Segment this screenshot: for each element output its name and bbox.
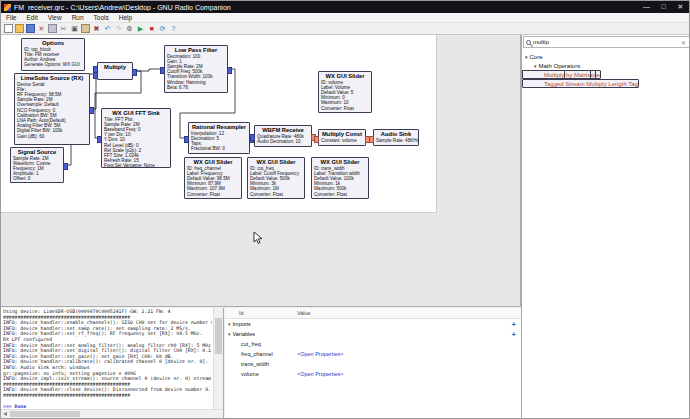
output-port[interactable] <box>89 107 94 114</box>
output-port[interactable] <box>132 69 137 76</box>
tree-item-label: Tagged Stream Multiply Length Tag <box>544 81 638 87</box>
input-port[interactable] <box>369 136 374 143</box>
clear-search-icon[interactable]: ✕ <box>681 39 689 46</box>
tree-item-tagged-stream-multiply-length-tag[interactable]: Tagged Stream Multiply Length Tag <box>522 79 639 88</box>
paste-icon[interactable] <box>81 24 90 33</box>
block-body: WX GUI FFT SinkTitle: FFT PlotSample Rat… <box>102 109 170 167</box>
search-input[interactable] <box>531 37 681 47</box>
block-body: OptionsID: top_blockTitle: FM receiverAu… <box>22 39 84 70</box>
expander-icon[interactable]: ▾ <box>225 321 233 327</box>
block-rational-resampler[interactable]: Rational ResamplerInterpolation: 12Decim… <box>188 122 250 154</box>
block-wx-gui-slider-freq-channel[interactable]: WX GUI SliderID: freq_channelLabel: Freq… <box>184 157 242 199</box>
expander-icon[interactable]: ▾ <box>534 63 537 69</box>
block-wbfm-receive[interactable]: WBFM ReceiveQuadrature Rate: 480kAudio D… <box>254 125 312 147</box>
block-title: Audio Sink <box>376 131 416 138</box>
block-title: LimeSuite Source (RX) <box>17 75 87 82</box>
variable-row[interactable]: trans_width <box>225 359 521 369</box>
search-box[interactable]: ✕ <box>523 36 690 48</box>
undo-icon[interactable]: ↶ <box>103 24 112 33</box>
block-multiply[interactable]: Multiply <box>97 62 133 80</box>
var-section-variables[interactable]: ▾Variables+ <box>225 329 521 339</box>
block-param-converter: Converter: Float <box>321 106 369 111</box>
var-section-imports[interactable]: ▾Imports+ <box>225 319 521 329</box>
menu-view[interactable]: View <box>43 14 67 21</box>
input-port[interactable] <box>250 134 255 141</box>
menu-tools[interactable]: Tools <box>89 14 114 21</box>
block-body: Rational ResamplerInterpolation: 12Decim… <box>189 123 249 153</box>
reload-icon[interactable]: ⟳ <box>158 24 167 33</box>
generate-icon[interactable]: ⚙ <box>125 24 134 33</box>
variable-id: trans_width <box>225 361 297 367</box>
maximize-button[interactable]: □ <box>655 1 672 13</box>
block-body: Audio SinkSample Rate: 48KHz <box>374 130 418 145</box>
menu-run[interactable]: Run <box>67 14 89 21</box>
input-port[interactable] <box>184 136 189 143</box>
block-param-offset: Offset: 0 <box>13 176 61 181</box>
input-port[interactable] <box>314 136 319 143</box>
copy-icon[interactable]: ▣ <box>70 24 79 33</box>
output-port[interactable] <box>63 163 68 170</box>
print-icon[interactable] <box>48 24 57 33</box>
console-panel[interactable]: Using device: LimeSDR-USB(0009070C000524… <box>1 308 224 418</box>
menu-file[interactable]: File <box>1 14 21 21</box>
tree-item-math-operators[interactable]: ▾Math Operators <box>522 61 690 70</box>
canvas[interactable]: OptionsID: top_blockTitle: FM receiverAu… <box>1 35 521 307</box>
variable-value[interactable]: <Open Properties> <box>297 351 521 357</box>
block-wx-gui-slider-cut-freq[interactable]: WX GUI SliderID: cut_freqLabel: Cutoff F… <box>247 157 305 199</box>
delete-icon[interactable]: ✖ <box>92 24 101 33</box>
block-wx-gui-fft-sink[interactable]: WX GUI FFT SinkTitle: FFT PlotSample Rat… <box>101 108 171 168</box>
input-port[interactable] <box>97 136 102 143</box>
input-port[interactable] <box>160 67 165 74</box>
tree-item-multiply[interactable]: Multiply <box>522 70 565 79</box>
kill-icon[interactable]: ■ <box>147 24 156 33</box>
block-title: Low Pass Filter <box>167 47 225 54</box>
variable-row[interactable]: volume<Open Properties> <box>225 369 521 379</box>
execute-icon[interactable]: ▶ <box>136 24 145 33</box>
help-icon[interactable]: ? <box>169 24 178 33</box>
block-param-sample-rate: Sample Rate: 48KHz <box>376 138 416 143</box>
variable-row[interactable]: freq_channel<Open Properties> <box>225 349 521 359</box>
redo-icon[interactable]: ↷ <box>114 24 123 33</box>
block-body: Multiply ConstConstant: volume <box>319 130 365 145</box>
cut-icon[interactable]: ✂ <box>59 24 68 33</box>
menubar: FileEditViewRunToolsHelp <box>1 13 689 23</box>
hscroll-thumb[interactable] <box>10 411 80 417</box>
tree-item-label: Core <box>530 54 543 60</box>
window-controls: — □ ✕ <box>638 1 689 13</box>
new-file-icon[interactable] <box>4 24 13 33</box>
vscroll-thumb[interactable] <box>215 318 222 354</box>
input-port[interactable] <box>93 72 98 79</box>
scroll-left-icon[interactable] <box>3 412 7 416</box>
block-title: WX GUI Slider <box>314 159 366 166</box>
console-hscrollbar[interactable] <box>1 409 223 418</box>
variable-value[interactable]: <Open Properties> <box>297 371 521 377</box>
add-imports-button[interactable]: + <box>512 320 521 329</box>
block-low-pass-filter[interactable]: Low Pass FilterDecimation: 100Gain: 1Sam… <box>164 45 228 93</box>
block-limesuite-source-rx[interactable]: LimeSuite Source (RX)Device Serial: File… <box>14 73 90 145</box>
block-body: Multiply <box>98 63 132 79</box>
variable-row[interactable]: cut_freq <box>225 339 521 349</box>
save-icon[interactable] <box>26 24 35 33</box>
expander-icon[interactable]: ▾ <box>525 54 528 60</box>
block-wx-gui-slider-volume[interactable]: WX GUI SliderID: volumeLabel: VolumeDefa… <box>318 71 372 113</box>
section-label: Variables <box>233 331 256 337</box>
block-title: Multiply Const <box>321 131 363 138</box>
console-vscrollbar[interactable] <box>213 308 223 409</box>
menu-help[interactable]: Help <box>114 14 137 21</box>
block-wx-gui-slider-trans-width[interactable]: WX GUI SliderID: trans_widthLabel: Trans… <box>311 157 369 199</box>
column-value[interactable]: Value <box>297 310 521 316</box>
output-port[interactable] <box>227 67 232 74</box>
menu-edit[interactable]: Edit <box>21 14 42 21</box>
add-variables-button[interactable]: + <box>512 330 521 339</box>
expander-icon[interactable]: ▾ <box>225 331 233 337</box>
block-audio-sink[interactable]: Audio SinkSample Rate: 48KHz <box>373 129 419 146</box>
close-button[interactable]: ✕ <box>672 1 689 13</box>
close-icon[interactable]: ✕ <box>37 24 46 33</box>
minimize-button[interactable]: — <box>638 1 655 13</box>
block-options[interactable]: OptionsID: top_blockTitle: FM receiverAu… <box>21 38 85 71</box>
column-id[interactable]: Id <box>225 310 297 316</box>
block-signal-source[interactable]: Signal SourceSample Rate: 2MWaveform: Co… <box>10 147 64 183</box>
tree-item-core[interactable]: ▾Core <box>522 52 690 61</box>
open-icon[interactable] <box>15 24 24 33</box>
block-multiply-const[interactable]: Multiply ConstConstant: volume <box>318 129 366 146</box>
